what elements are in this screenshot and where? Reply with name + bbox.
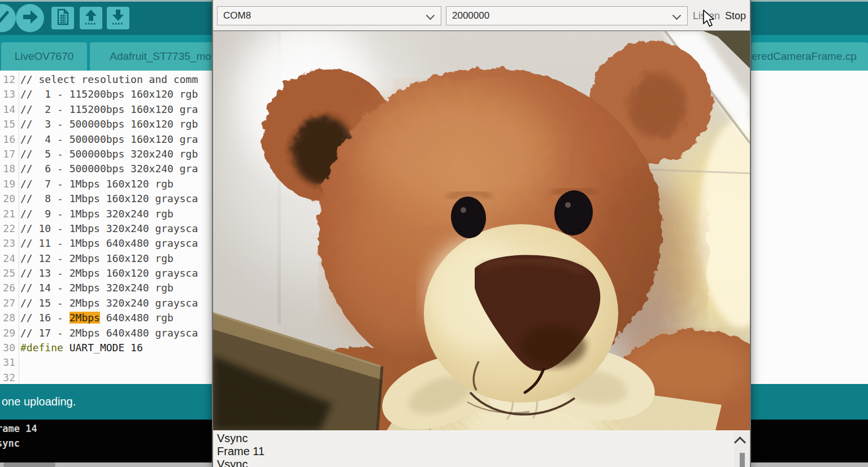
chevron-down-icon: [426, 11, 435, 20]
check-icon: [0, 3, 16, 33]
line-number: 20: [0, 191, 15, 206]
line-number: 23: [0, 236, 15, 251]
code-text: // 13 - 2Mbps 160x120 graysca: [20, 267, 198, 279]
tab-label: Adafruit_ST7735_mo: [110, 50, 211, 63]
stop-button[interactable]: Stop: [725, 6, 746, 25]
line-number: 12: [0, 72, 15, 87]
code-text: // 2 - 115200bps 160x120 gra: [20, 103, 198, 115]
line-number: 17: [0, 147, 15, 162]
serial-log: Vsync Frame 11 Vsync: [213, 430, 750, 467]
arrow-down-icon: [107, 6, 129, 30]
code-text: // 7 - 1Mbps 160x120 rgb: [20, 178, 173, 190]
code-text: // 3 - 500000bps 160x120 rgb: [20, 118, 198, 130]
document-icon: [51, 6, 74, 30]
status-message: one uploading.: [2, 395, 76, 408]
screen: LiveOV7670 Adafruit_ST7735_mo eredCamera…: [0, 0, 868, 467]
line-number: 21: [0, 207, 15, 221]
code-text: // 6 - 500000bps 320x240 gra: [20, 163, 198, 174]
code-text: // 5 - 500000bps 320x240 rgb: [20, 148, 198, 160]
tab-buffered-camera-frame[interactable]: eredCameraFrame.cp: [752, 42, 868, 71]
line-number: 32: [0, 370, 15, 384]
line-number: 30: [0, 341, 15, 355]
serial-camera-viewer-window: COM8 2000000 Listen Stop: [212, 0, 751, 467]
line-number: 26: [0, 281, 15, 295]
log-line: Frame 11: [217, 445, 750, 458]
chevron-up-icon[interactable]: [734, 437, 746, 448]
code-text: // 10 - 1Mbps 320x240 graysca: [20, 222, 198, 234]
code-text: // 15 - 2Mbps 320x240 graysca: [20, 297, 198, 309]
code-text: // 4 - 500000bps 160x120 gra: [20, 133, 198, 145]
com-port-select[interactable]: COM8: [217, 6, 441, 25]
line-number: 28: [0, 311, 15, 325]
log-scrollbar[interactable]: [734, 431, 749, 467]
tab-adafruit-st7735[interactable]: Adafruit_ST7735_mo: [90, 42, 231, 71]
code-text: // 11 - 1Mbps 640x480 graysca: [20, 237, 198, 249]
arrow-right-icon: [16, 3, 44, 33]
line-number: 18: [0, 162, 15, 176]
line-number: 13: [0, 87, 15, 102]
camera-frame: [213, 30, 750, 431]
line-number: 25: [0, 266, 15, 281]
line-number: 29: [0, 326, 15, 341]
baud-rate-select[interactable]: 2000000: [446, 6, 688, 25]
scrollbar-thumb[interactable]: [3, 462, 55, 467]
line-number: 31: [0, 355, 15, 370]
code-text: // 14 - 2Mbps 320x240 rgb: [20, 282, 173, 294]
new-sketch-button[interactable]: [51, 7, 74, 29]
line-number: 14: [0, 102, 15, 117]
line-number: 27: [0, 296, 15, 311]
tab-label: eredCameraFrame.cp: [752, 50, 857, 63]
baud-rate-value: 2000000: [452, 10, 489, 21]
tab-label: LiveOV7670: [15, 50, 74, 63]
log-scrollbar-thumb[interactable]: [740, 453, 745, 467]
code-text: // 17 - 2Mbps 640x480 graysca: [20, 327, 198, 339]
code-text: // 8 - 1Mbps 160x120 graysca: [20, 193, 198, 204]
code-text: // select resolution and comm: [20, 73, 198, 85]
line-number: 24: [0, 251, 15, 266]
log-line: Vsync: [217, 432, 750, 445]
upload-button[interactable]: [16, 4, 44, 32]
code-text: #define UART_MODE 16: [20, 342, 143, 353]
line-number: 16: [0, 132, 15, 147]
open-button[interactable]: [80, 7, 102, 29]
video-grain: [213, 31, 750, 430]
chevron-down-icon: [672, 11, 682, 20]
mouse-cursor: [702, 9, 717, 30]
code-text: // 12 - 2Mbps 160x120 rgb: [20, 252, 173, 264]
arrow-up-icon: [80, 6, 102, 30]
code-text: // 16 - 2Mbps 640x480 rgb: [20, 312, 173, 324]
code-text: // 1 - 115200bps 160x120 rgb: [20, 88, 198, 100]
com-port-value: COM8: [223, 10, 251, 21]
tab-liveov7670[interactable]: LiveOV7670: [1, 42, 87, 71]
line-number: 22: [0, 221, 15, 236]
line-number: 15: [0, 117, 15, 132]
teddy-bear-image: [213, 31, 750, 430]
code-text: // 9 - 1Mbps 320x240 rgb: [20, 208, 173, 220]
save-button[interactable]: [107, 7, 129, 29]
log-line: Vsync: [217, 458, 750, 467]
line-number: 19: [0, 177, 15, 191]
verify-button[interactable]: [0, 4, 16, 32]
